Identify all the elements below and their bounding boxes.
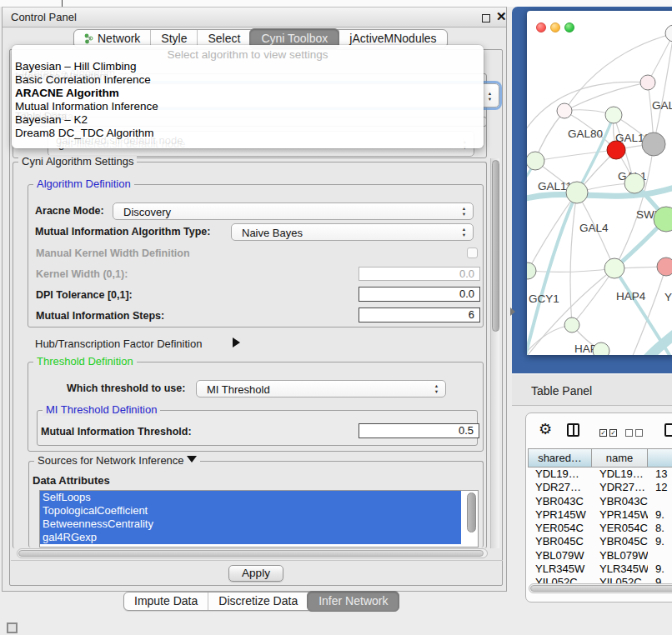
network-node[interactable] <box>527 152 544 170</box>
network-node[interactable] <box>607 141 625 159</box>
column-layout-icon[interactable] <box>567 423 579 437</box>
algorithm-definition-title: Algorithm Definition <box>33 178 134 190</box>
network-node[interactable] <box>605 107 622 123</box>
network-node[interactable] <box>593 342 609 355</box>
deselect-all-columns-icon[interactable] <box>625 429 643 437</box>
table-row[interactable]: YBR045CYBR045C9. <box>528 535 672 548</box>
list-scrollbar[interactable] <box>467 492 476 532</box>
table-cell: 9. <box>648 535 672 548</box>
network-node[interactable] <box>642 132 665 156</box>
tab-impute-data[interactable]: Impute Data <box>124 592 208 610</box>
manual-kernel-width-label: Manual Kernel Width Definition <box>36 248 190 259</box>
network-node[interactable] <box>527 262 536 279</box>
table-row[interactable]: YBL079WYBL079W <box>528 549 672 562</box>
dock-panel-icon[interactable] <box>7 622 18 633</box>
table-cell: YBR045C <box>528 535 592 548</box>
network-node-label: HAP4 <box>616 290 646 302</box>
popup-item[interactable]: Mutual Information Inference <box>12 100 484 113</box>
mi-algorithm-type-combo[interactable]: Naive Bayes ▲▼ <box>231 223 474 241</box>
settings-horizontal-scrollbar[interactable] <box>17 548 488 558</box>
table-column-header[interactable]: name <box>592 448 648 468</box>
hub-factor-definition-label[interactable]: Hub/Transcription Factor Definition <box>35 338 202 350</box>
divider <box>11 560 503 561</box>
network-desktop: GALGAL80GAL10GAL1GAL11GAL4SWI4HAP4YGCY1H… <box>512 7 672 373</box>
which-threshold-label: Which threshold to use: <box>67 382 185 394</box>
tab-infer-network[interactable]: Infer Network <box>307 591 399 612</box>
table-cell: 13 <box>648 468 672 481</box>
gear-icon[interactable]: ⚙ <box>539 422 552 437</box>
apply-button[interactable]: Apply <box>228 565 283 582</box>
mi-threshold-definition-title: MI Threshold Definition <box>43 403 160 416</box>
cyni-bottom-tabs: Impute DataDiscretize DataInfer Network <box>123 592 399 611</box>
hub-expand-arrow-icon[interactable] <box>233 338 240 348</box>
network-node[interactable] <box>657 258 672 276</box>
table-row[interactable]: YBR043CYBR043C <box>528 495 672 508</box>
which-threshold-combo[interactable]: MI Threshold ▲▼ <box>196 380 446 398</box>
new-table-icon[interactable] <box>664 423 672 437</box>
sources-group-title: Sources for Network Inference <box>34 454 200 467</box>
network-tab-icon <box>84 33 93 44</box>
settings-vertical-scrollbar[interactable] <box>490 158 499 548</box>
close-icon[interactable]: ✕ <box>496 9 507 24</box>
attribute-list-item[interactable]: BetweennessCentrality <box>40 518 461 531</box>
top-strip <box>0 0 672 7</box>
kernel-width-input[interactable]: 0.0 <box>359 267 480 281</box>
data-attributes-list[interactable]: SelfLoopsTopologicalCoefficientBetweenne… <box>39 490 479 548</box>
attribute-list-item[interactable]: gal4RGexp <box>40 531 461 544</box>
table-row[interactable]: YDL19…YDL19…13 <box>528 468 672 481</box>
cyni-algorithm-settings-title: Cyni Algorithm Settings <box>18 155 137 168</box>
dpi-tolerance-input[interactable]: 0.0 <box>359 287 480 302</box>
network-node[interactable] <box>640 75 655 90</box>
table-row[interactable]: YER054CYER054C8. <box>528 522 672 535</box>
network-node[interactable] <box>665 25 672 42</box>
table-panel-header: Table Panel <box>512 375 672 406</box>
sources-collapse-arrow-icon[interactable] <box>187 456 197 462</box>
table-cell <box>648 495 672 508</box>
table-row[interactable]: YLR345WYLR345W9. <box>528 562 672 576</box>
network-node-label: GAL4 <box>579 222 609 234</box>
table-panel-title: Table Panel <box>531 384 592 398</box>
network-node[interactable] <box>604 258 624 278</box>
table-cell: YBL079W <box>528 549 592 562</box>
table-cell <box>648 549 672 562</box>
table-cell: YLR345W <box>592 562 648 576</box>
table-column-header[interactable] <box>648 448 672 468</box>
mi-steps-input[interactable]: 6 <box>359 308 480 322</box>
control-panel-title: Control Panel <box>11 11 77 23</box>
table-cell: YPR145W <box>528 508 592 522</box>
table-row[interactable]: YPR145WYPR145W9. <box>528 508 672 522</box>
table-panel-body: ⚙ ✓✓ shared…name YDL19…YDL19…13YDR27…YDR… <box>525 412 672 602</box>
mi-algorithm-type-label: Mutual Information Algorithm Type: <box>35 226 210 238</box>
table-cell: 8. <box>648 522 672 535</box>
table-horizontal-scrollbar[interactable] <box>529 583 672 593</box>
data-attributes-label: Data Attributes <box>33 474 110 487</box>
table-header-row: shared…name <box>528 448 672 468</box>
attribute-list-item[interactable]: SelfLoops <box>40 491 461 504</box>
network-canvas[interactable]: GALGAL80GAL10GAL1GAL11GAL4SWI4HAP4YGCY1H… <box>527 11 672 355</box>
network-node-label: GAL <box>652 99 672 112</box>
panel-divider-arrow-icon[interactable] <box>510 308 515 316</box>
manual-kernel-width-checkbox[interactable] <box>467 248 478 258</box>
aracne-mode-value: Discovery <box>123 206 171 218</box>
popup-item[interactable]: Bayesian – K2 <box>12 113 484 127</box>
tab-discretize-data[interactable]: Discretize Data <box>208 592 308 610</box>
table-column-header[interactable]: shared… <box>528 448 592 468</box>
network-node[interactable] <box>566 182 588 203</box>
float-window-icon[interactable] <box>482 14 490 22</box>
table-row[interactable]: YDR27…YDR27…12 <box>528 481 672 494</box>
network-node[interactable] <box>624 173 644 193</box>
table-cell: YER054C <box>592 522 648 535</box>
network-node[interactable] <box>557 103 572 118</box>
ghost-table-data-title: Table Data <box>15 110 67 122</box>
attribute-list-item[interactable]: TopologicalCoefficient <box>40 504 461 518</box>
table-cell: YDL19… <box>528 468 592 481</box>
network-view-window[interactable]: GALGAL80GAL10GAL1GAL11GAL4SWI4HAP4YGCY1H… <box>527 11 672 355</box>
table-cell: YBR043C <box>592 495 648 508</box>
popup-item[interactable]: ARACNE Algorithm <box>12 87 484 100</box>
aracne-mode-combo[interactable]: Discovery ▲▼ <box>113 202 474 220</box>
threshold-definition-title: Threshold Definition <box>33 355 137 368</box>
mi-threshold-input[interactable]: 0.5 <box>359 423 479 438</box>
which-threshold-value: MI Threshold <box>207 383 270 396</box>
network-node[interactable] <box>564 318 579 332</box>
select-all-columns-icon[interactable]: ✓✓ <box>599 429 617 437</box>
